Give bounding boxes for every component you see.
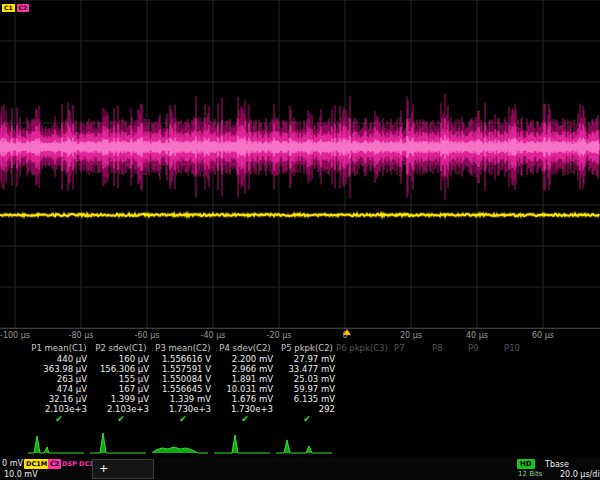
- measure-value: 1.339 mV: [152, 394, 214, 404]
- measure-value: 160 µV: [90, 354, 152, 364]
- measure-value: 10.031 mV: [214, 384, 276, 394]
- parameter-histicon[interactable]: [214, 428, 270, 454]
- measure-value: 263 µV: [28, 374, 90, 384]
- oscilloscope-screen: C1 C2 -100 µs-80 µs-60 µs-40 µs-20 µs020…: [0, 0, 600, 480]
- bottom-bar: 0 mV DC1M C2 DSP DC1M 10.0 mV + HD Tbase…: [0, 457, 600, 480]
- time-label: 40 µs: [466, 331, 488, 340]
- measure-value: 167 µV: [90, 384, 152, 394]
- measure-header: P3 mean(C2): [152, 343, 214, 354]
- time-label: 20 µs: [400, 331, 422, 340]
- time-label: -80 µs: [69, 331, 94, 340]
- measure-value: 2.966 mV: [214, 364, 276, 374]
- measure-value: 1.891 mV: [214, 374, 276, 384]
- measure-value: 1.730e+3: [152, 404, 214, 414]
- measure-value: 25.03 mV: [276, 374, 338, 384]
- measure-value: 1.730e+3: [214, 404, 276, 414]
- parameter-histicon[interactable]: [276, 428, 332, 454]
- measure-value: 292: [276, 404, 338, 414]
- measure-status-check-icon: ✔: [152, 414, 214, 424]
- measure-value: 363.98 µV: [28, 364, 90, 374]
- measure-value: 1.676 mV: [214, 394, 276, 404]
- measure-status-check-icon: ✔: [214, 414, 276, 424]
- measure-value: 2.103e+3: [90, 404, 152, 414]
- measure-value: 156.306 µV: [90, 364, 152, 374]
- c1-vdiv-readout: 10.0 mV: [4, 470, 38, 479]
- histicon-row: [0, 428, 600, 456]
- measure-value: 155 µV: [90, 374, 152, 384]
- hd-mode-chip[interactable]: HD: [517, 459, 535, 469]
- time-label: -100 µs: [0, 331, 30, 340]
- c2-tag: C2: [17, 4, 30, 12]
- parameter-histicon[interactable]: [152, 428, 208, 454]
- time-label: 60 µs: [532, 331, 554, 340]
- timebase-tdiv-readout[interactable]: 20.0 µs/div: [560, 470, 600, 479]
- time-label: -60 µs: [135, 331, 160, 340]
- measure-value: 1.556645 V: [152, 384, 214, 394]
- bit-depth-label: 12 Bits: [518, 470, 542, 478]
- measure-status-check-icon: ✔: [90, 414, 152, 424]
- measurement-table: P1 mean(C1)440 µV363.98 µV263 µV474 µV32…: [0, 343, 600, 429]
- measure-value: 440 µV: [28, 354, 90, 364]
- measure-value: 1.399 µV: [90, 394, 152, 404]
- measure-value: 33.477 mV: [276, 364, 338, 374]
- c1-offset-readout: 0 mV: [2, 459, 23, 468]
- measure-value: 59.97 mV: [276, 384, 338, 394]
- measure-header-unused[interactable]: P9: [468, 343, 479, 354]
- measure-header: P5 pkpk(C2): [276, 343, 338, 354]
- measure-header: P1 mean(C1): [28, 343, 90, 354]
- measure-value: 27.97 mV: [276, 354, 338, 364]
- time-axis: -100 µs-80 µs-60 µs-40 µs-20 µs020 µs40 …: [0, 331, 600, 343]
- measure-column[interactable]: P1 mean(C1)440 µV363.98 µV263 µV474 µV32…: [28, 343, 90, 424]
- measure-column[interactable]: P5 pkpk(C2)27.97 mV33.477 mV25.03 mV59.9…: [276, 343, 338, 424]
- marker-box[interactable]: +: [92, 459, 154, 479]
- measure-status-check-icon: ✔: [28, 414, 90, 424]
- top-left-trace-tags: C1 C2: [2, 4, 29, 12]
- measure-value: 6.135 mV: [276, 394, 338, 404]
- timebase-label[interactable]: Tbase: [545, 460, 569, 469]
- measure-header-unused[interactable]: P8: [432, 343, 443, 354]
- waveform-display[interactable]: [0, 0, 600, 330]
- measure-value: 1.550084 V: [152, 374, 214, 384]
- measure-value: 1.557591 V: [152, 364, 214, 374]
- measure-header: P4 sdev(C2): [214, 343, 276, 354]
- measure-value: 32.16 µV: [28, 394, 90, 404]
- measure-status-check-icon: ✔: [276, 414, 338, 424]
- c1-descriptor-chip[interactable]: DC1M: [24, 459, 49, 469]
- measure-column[interactable]: P4 sdev(C2)2.200 mV2.966 mV1.891 mV10.03…: [214, 343, 276, 424]
- parameter-histicon[interactable]: [28, 428, 84, 454]
- measure-value: 474 µV: [28, 384, 90, 394]
- c1-tag: C1: [2, 4, 15, 12]
- measure-column[interactable]: P2 sdev(C1)160 µV156.306 µV155 µV167 µV1…: [90, 343, 152, 424]
- plus-marker-icon[interactable]: +: [99, 462, 108, 475]
- trigger-position-marker[interactable]: [343, 329, 351, 335]
- measure-value: 2.103e+3: [28, 404, 90, 414]
- measure-header: P2 sdev(C1): [90, 343, 152, 354]
- measure-header-unused[interactable]: P7: [394, 343, 405, 354]
- c2-descriptor-chip[interactable]: C2: [48, 459, 61, 469]
- measure-value: 1.556616 V: [152, 354, 214, 364]
- parameter-histicon[interactable]: [90, 428, 146, 454]
- time-label: -40 µs: [201, 331, 226, 340]
- measure-header-unused[interactable]: P10: [504, 343, 520, 354]
- measure-header-unused[interactable]: P6 pkpk(C3): [336, 343, 388, 354]
- time-label: -20 µs: [267, 331, 292, 340]
- measure-value: 2.200 mV: [214, 354, 276, 364]
- measure-column[interactable]: P3 mean(C2)1.556616 V1.557591 V1.550084 …: [152, 343, 214, 424]
